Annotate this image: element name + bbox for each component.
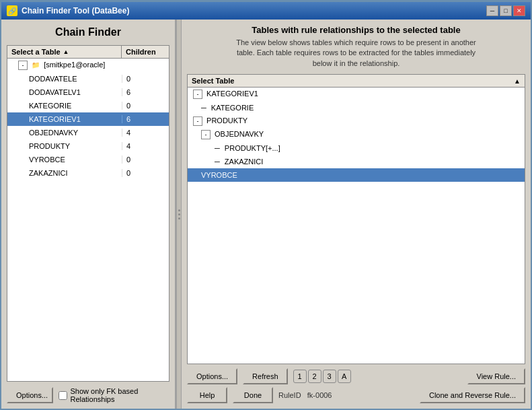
table-row-selected[interactable]: KATEGORIEV1 6 [7, 112, 169, 126]
children-col-label: Children [126, 48, 156, 56]
table-row[interactable]: DODAVATELE 0 [7, 72, 169, 86]
right-tree-row[interactable]: ─ ZAKAZNICI [188, 155, 525, 168]
row-label: ZAKAZNICI [29, 169, 67, 177]
right-tree-row[interactable]: - PRODUKTY [188, 114, 525, 128]
table-row[interactable]: PRODUKTY 4 [7, 139, 169, 153]
row-count: 6 [122, 115, 169, 123]
scrollbar-up-icon: ▲ [514, 77, 521, 85]
right-row-label: KATEGORIE [211, 104, 254, 112]
right-tree-row-selected[interactable]: VYROBCE [188, 168, 525, 182]
row-label: OBJEDNAVKY [29, 129, 78, 137]
row-label: KATEGORIEV1 [29, 115, 81, 123]
bottom-row1: Options... Refresh 1 2 3 A View Rule... [187, 368, 525, 384]
tree-root-row[interactable]: - 📁 [smitkpe1@oracle] [7, 59, 169, 72]
view-rule-button[interactable]: View Rule... [467, 368, 526, 384]
row-content: KATEGORIE [7, 102, 122, 110]
row-label: KATEGORIE [29, 102, 71, 110]
close-button[interactable]: ✕ [513, 5, 525, 16]
row-count: 0 [122, 156, 169, 164]
resize-dot [178, 213, 180, 215]
bottom-area: Options... Refresh 1 2 3 A View Rule... … [187, 364, 525, 403]
row-label: DODAVATELV1 [29, 88, 81, 96]
row-content: VYROBCE [7, 156, 122, 164]
rule-id-value: fk-0006 [307, 391, 332, 399]
resize-dots [178, 209, 180, 219]
row-count: 4 [122, 129, 169, 137]
window-title: Chain Finder Tool (DataBee) [22, 6, 129, 15]
minimize-button[interactable]: ─ [486, 5, 498, 16]
resize-handle[interactable] [176, 20, 182, 409]
row-count: 6 [122, 88, 169, 96]
maximize-button[interactable]: □ [500, 5, 512, 16]
bottom-row2: Help Done RuleID fk-0006 Clone and Rever… [187, 387, 525, 403]
right-row-label: KATEGORIEV1 [206, 90, 258, 98]
table-row[interactable]: ZAKAZNICI 0 [7, 166, 169, 180]
main-window: 🔗 Chain Finder Tool (DataBee) ─ □ ✕ Chai… [0, 0, 532, 410]
right-row-content: - OBJEDNAVKY [201, 130, 264, 139]
row-content: DODAVATELE [7, 75, 122, 83]
right-row-content: ─ ZAKAZNICI [215, 158, 263, 166]
table-row[interactable]: OBJEDNAVKY 4 [7, 126, 169, 139]
folder-icon: 📁 [32, 61, 40, 69]
row-content: ZAKAZNICI [7, 169, 122, 177]
clone-reverse-button[interactable]: Clone and Reverse Rule... [420, 387, 525, 403]
row-label: PRODUKTY [29, 142, 70, 150]
right-options-button[interactable]: Options... [187, 368, 237, 384]
done-button[interactable]: Done [233, 387, 273, 403]
tree-root-content: - 📁 [smitkpe1@oracle] [7, 61, 122, 70]
resize-dot [178, 209, 180, 211]
row-count: 0 [122, 102, 169, 110]
table-col-label: Select a Table [11, 48, 61, 56]
table-col-header: Select a Table ▲ [7, 46, 122, 58]
right-row-label: ZAKAZNICI [225, 158, 263, 166]
row-content: OBJEDNAVKY [7, 129, 122, 137]
row-count: 4 [122, 142, 169, 150]
refresh-button[interactable]: Refresh [243, 368, 288, 384]
sort-icon: ▲ [63, 48, 69, 55]
right-tree-body: - KATEGORIEV1 ─ KATEGORIE [188, 88, 525, 364]
right-row-content: ─ KATEGORIE [201, 104, 254, 112]
table-row[interactable]: DODAVATELV1 6 [7, 86, 169, 99]
page-btn-a[interactable]: A [338, 370, 351, 383]
title-buttons: ─ □ ✕ [486, 5, 525, 16]
right-row-label: OBJEDNAVKY [215, 130, 264, 138]
row-content: PRODUKTY [7, 142, 122, 150]
dash-icon: ─ [215, 144, 220, 152]
app-icon: 🔗 [7, 5, 17, 16]
right-tree-row[interactable]: - KATEGORIEV1 [188, 88, 525, 101]
right-tree-row[interactable]: ─ KATEGORIE [188, 101, 525, 114]
table-header: Select a Table ▲ Children [7, 46, 169, 59]
page-btn-2[interactable]: 2 [308, 370, 321, 383]
expand-icon[interactable]: - [18, 61, 28, 70]
expand-icon[interactable]: - [193, 90, 202, 99]
page-btn-1[interactable]: 1 [293, 370, 307, 383]
left-options-button[interactable]: Options... [7, 387, 53, 403]
expand-icon[interactable]: - [201, 130, 211, 139]
right-tree-row[interactable]: - OBJEDNAVKY [188, 128, 525, 141]
right-panel-title: Tables with rule relationships to the se… [187, 25, 525, 35]
page-buttons: 1 2 3 A [293, 370, 351, 383]
right-row-label: VYROBCE [201, 171, 237, 179]
title-bar: 🔗 Chain Finder Tool (DataBee) ─ □ ✕ [1, 2, 531, 20]
right-row-content: ─ PRODUKTY[+...] [215, 144, 280, 152]
dash-icon: ─ [215, 158, 220, 166]
right-row-content: - KATEGORIEV1 [190, 90, 258, 99]
rule-id-text: RuleID [278, 391, 301, 399]
table-row[interactable]: VYROBCE 0 [7, 153, 169, 166]
main-content: Chain Finder Select a Table ▲ Children [1, 20, 531, 409]
table-row[interactable]: KATEGORIE 0 [7, 99, 169, 112]
row-label: VYROBCE [29, 156, 65, 164]
right-tree-row[interactable]: ─ PRODUKTY[+...] [188, 141, 525, 155]
fk-checkbox[interactable] [59, 391, 67, 400]
page-btn-3[interactable]: 3 [323, 370, 336, 383]
expand-icon[interactable]: - [193, 116, 202, 126]
row-count: 0 [122, 75, 169, 83]
root-node-label: [smitkpe1@oracle] [44, 61, 105, 69]
right-panel: Tables with rule relationships to the se… [182, 20, 531, 409]
resize-dot [178, 217, 180, 219]
left-tree-body: - 📁 [smitkpe1@oracle] DODAVATELE 0 [7, 59, 169, 376]
left-bottom-bar: Options... Show only FK based Relationsh… [1, 382, 175, 409]
help-button[interactable]: Help [187, 387, 227, 403]
left-panel-title: Chain Finder [1, 20, 175, 45]
fk-checkbox-label: Show only FK based Relationships [59, 387, 169, 403]
